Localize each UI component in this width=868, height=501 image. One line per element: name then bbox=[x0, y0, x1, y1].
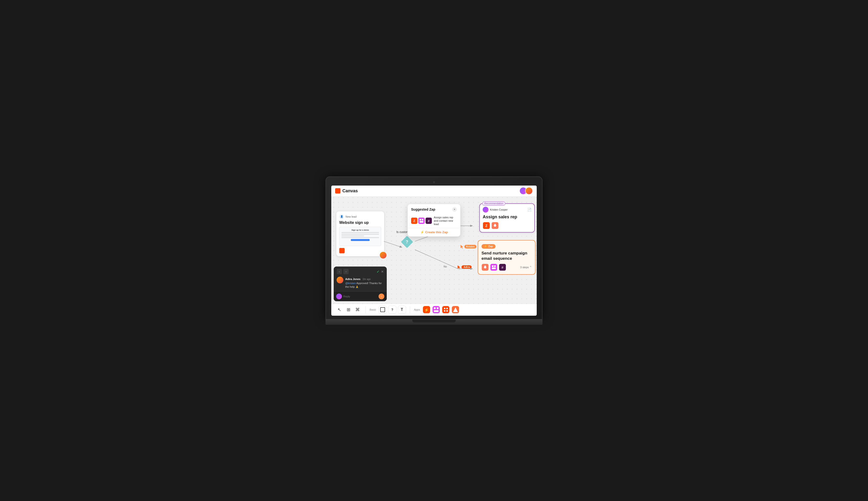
svg-rect-34 bbox=[434, 310, 438, 312]
next-comment-button[interactable]: › bbox=[343, 269, 349, 274]
adira-cursor: Adira bbox=[458, 265, 472, 269]
modal-footer: ⚡ Create this Zap bbox=[408, 228, 460, 236]
rec-person-name: Kristen Cooper bbox=[490, 208, 508, 211]
canvas-content: 👤 New lead Website sign up Sign up for a… bbox=[331, 196, 537, 303]
app-icon-1[interactable]: ⚡ bbox=[422, 306, 431, 314]
zap-card[interactable]: ⚡ Zap Send nurture campaign email sequen… bbox=[478, 240, 536, 275]
svg-rect-15 bbox=[490, 264, 497, 270]
laptop-base bbox=[326, 320, 542, 325]
diamond-symbol: ? bbox=[405, 239, 408, 244]
svg-rect-18 bbox=[492, 267, 496, 269]
app-icon-3[interactable] bbox=[442, 306, 450, 314]
prev-comment-button[interactable]: ‹ bbox=[337, 269, 342, 274]
svg-rect-31 bbox=[433, 306, 440, 313]
modal-description: Assign sales rep and contact new lead bbox=[434, 216, 457, 226]
apps-section: Apps ⚡ bbox=[414, 306, 459, 314]
svg-rect-17 bbox=[494, 265, 496, 267]
svg-rect-38 bbox=[444, 310, 445, 312]
recommendation-card[interactable]: Recommendation Kristen Cooper 📄 Assign s… bbox=[479, 203, 535, 233]
kristen-cursor: Kristen bbox=[461, 245, 476, 249]
zap-steps-label: 3 steps bbox=[520, 266, 529, 269]
resolve-icon[interactable]: ✓ bbox=[377, 270, 380, 274]
canvas-app: Canvas Yes bbox=[331, 185, 537, 316]
svg-text:#: # bbox=[428, 219, 430, 223]
rec-logo-hubspot bbox=[491, 222, 499, 229]
toolbar-divider-2 bbox=[410, 306, 410, 313]
zap-chevron-icon: ⌃ bbox=[529, 266, 532, 269]
comment-meta: Adira Jones 1hr ago bbox=[345, 277, 384, 281]
modal-title: Suggested Zap bbox=[411, 207, 435, 211]
form-preview-title: Sign up for a demo bbox=[341, 229, 379, 231]
create-zap-button[interactable]: ⚡ Create this Zap bbox=[420, 231, 448, 234]
bottom-toolbar: ↖ ⊞ ⌘ Basic ? T Apps bbox=[331, 303, 537, 316]
svg-text:⚡: ⚡ bbox=[424, 308, 429, 312]
rect-tool-button[interactable] bbox=[379, 306, 387, 314]
new-lead-title: Website sign up bbox=[339, 221, 381, 225]
comment-mention: @kristen bbox=[345, 282, 356, 285]
reply-avatar bbox=[336, 294, 342, 299]
new-lead-badge: New lead bbox=[346, 215, 357, 218]
svg-text:Z: Z bbox=[413, 219, 415, 223]
svg-rect-16 bbox=[492, 265, 494, 267]
svg-rect-33 bbox=[437, 307, 438, 309]
kristen-label: Kristen bbox=[464, 245, 476, 248]
basic-section: Basic ? T bbox=[370, 306, 406, 314]
rec-avatar bbox=[483, 207, 488, 213]
close-icon: × bbox=[454, 208, 455, 211]
svg-rect-36 bbox=[444, 308, 445, 309]
new-lead-icon: 👤 bbox=[339, 214, 344, 219]
comment-body: Adira Jones 1hr ago @kristen Approved! T… bbox=[334, 277, 387, 291]
avatar-2 bbox=[525, 187, 533, 195]
laptop-screen: Canvas Yes bbox=[331, 185, 537, 316]
camera-dot bbox=[433, 181, 435, 183]
new-lead-card[interactable]: 👤 New lead Website sign up Sign up for a… bbox=[336, 211, 384, 256]
svg-rect-23 bbox=[418, 217, 425, 224]
zap-logos: # 3 steps ⌃ bbox=[481, 264, 532, 271]
zap-logo-slack: # bbox=[499, 264, 506, 271]
header-logo: Canvas bbox=[335, 188, 358, 193]
rec-doc-icon: 📄 bbox=[527, 208, 531, 212]
adira-label: Adira bbox=[462, 265, 472, 269]
app-icon-4[interactable] bbox=[451, 306, 459, 314]
comment-panel: ‹ › ✓ ✕ Adira Jo bbox=[334, 267, 387, 301]
suggested-zap-modal: Suggested Zap × Z bbox=[407, 204, 461, 237]
left-tools: ↖ ⊞ ⌘ bbox=[335, 306, 362, 314]
apps-label: Apps bbox=[414, 308, 420, 311]
reply-input[interactable] bbox=[343, 295, 377, 298]
app-icon-2[interactable] bbox=[432, 306, 440, 314]
comment-actions: ✓ ✕ bbox=[377, 270, 384, 274]
modal-close-button[interactable]: × bbox=[452, 207, 457, 212]
commenter-name: Adira Jones bbox=[345, 278, 360, 280]
zap-logo-bento bbox=[490, 264, 497, 271]
rec-logo-zapier: Z bbox=[483, 222, 490, 229]
modal-body: Z # bbox=[408, 214, 460, 228]
svg-point-11 bbox=[495, 224, 496, 225]
comment-time: 1hr ago bbox=[362, 278, 371, 280]
svg-rect-26 bbox=[420, 221, 423, 223]
laptop-shell: Canvas Yes bbox=[326, 177, 542, 325]
lightning-icon: ⚡ bbox=[420, 231, 424, 234]
text-tool-button[interactable]: T bbox=[398, 306, 406, 314]
comment-header: ‹ › ✓ ✕ bbox=[334, 267, 387, 277]
decision-tool-button[interactable]: ? bbox=[388, 306, 396, 314]
logo-square bbox=[335, 188, 340, 193]
comment-input-row: ↑ bbox=[334, 291, 387, 301]
zap-badge-label: Zap bbox=[488, 245, 493, 248]
signup-form-preview: Sign up for a demo bbox=[339, 227, 381, 246]
zap-logo-hubspot bbox=[481, 264, 489, 271]
svg-text:#: # bbox=[501, 266, 504, 269]
svg-rect-32 bbox=[434, 307, 436, 309]
add-node-button[interactable]: ⊞ bbox=[344, 306, 352, 314]
connect-tool-button[interactable]: ⌘ bbox=[353, 306, 362, 314]
close-comment-icon[interactable]: ✕ bbox=[381, 270, 384, 274]
send-reply-button[interactable]: ↑ bbox=[379, 294, 384, 299]
cursor-tool-button[interactable]: ↖ bbox=[335, 306, 343, 314]
svg-text:Z: Z bbox=[485, 224, 488, 228]
modal-header: Suggested Zap × bbox=[408, 204, 460, 214]
toolbar-divider-1 bbox=[366, 306, 366, 313]
comment-nav: ‹ › bbox=[337, 269, 349, 274]
new-lead-header: 👤 New lead bbox=[339, 214, 381, 219]
rec-card-header: Kristen Cooper 📄 bbox=[483, 207, 531, 213]
zap-steps: 3 steps ⌃ bbox=[520, 266, 532, 269]
basic-label: Basic bbox=[370, 308, 376, 311]
